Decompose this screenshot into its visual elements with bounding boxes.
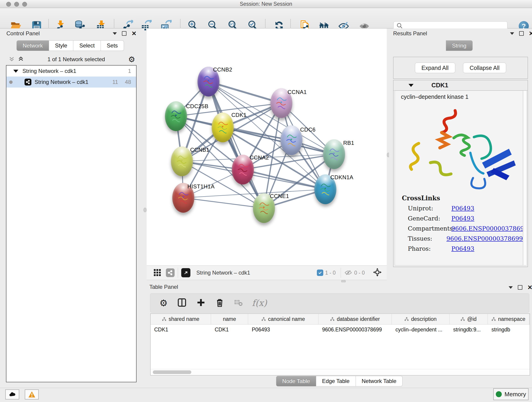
float-panel-icon[interactable]	[122, 31, 127, 36]
collapse-all-button[interactable]: Collapse All	[463, 63, 506, 73]
network-type-icon	[25, 79, 32, 85]
delete-column-icon[interactable]	[215, 298, 225, 308]
protein-name: CDK1	[431, 82, 448, 89]
results-scrollbar[interactable]	[523, 90, 527, 265]
main-toolbar: ?	[0, 8, 532, 28]
crosslink-label: Pharos:	[408, 245, 451, 252]
results-menu-icon[interactable]	[510, 32, 514, 35]
column-header-description[interactable]: description	[392, 314, 450, 324]
tab-node-table[interactable]: Node Table	[276, 376, 316, 386]
node-label-cdc25b: CDC25B	[186, 103, 209, 109]
results-float-icon[interactable]	[519, 31, 524, 36]
table-cell: stringdb	[488, 325, 529, 335]
crosslink-row: Tissues:9606.ENSP00000378699	[408, 235, 523, 242]
node-label-rb1: RB1	[343, 140, 354, 146]
table-options-gear-icon[interactable]: ⚙	[159, 298, 168, 308]
add-column-icon[interactable]	[196, 298, 206, 308]
crosslink-label: Uniprot:	[408, 205, 451, 212]
cloud-status-icon[interactable]	[5, 389, 19, 400]
window-title: Session: New Session	[0, 0, 532, 8]
column-header--id[interactable]: @id	[450, 314, 488, 324]
network-view-title: String Network – cdk1	[196, 269, 250, 276]
column-header-name[interactable]: name	[211, 314, 248, 324]
network-node-rb1[interactable]	[323, 139, 345, 169]
column-header-namespace[interactable]: namespace	[488, 314, 529, 324]
expand-all-tree-icon[interactable]	[17, 56, 24, 63]
node-label-hist1h1a: HIST1H1A	[187, 183, 215, 190]
tab-network-table[interactable]: Network Table	[356, 376, 403, 386]
table-cell: P06493	[248, 325, 318, 335]
table-panel-title: Table Panel	[149, 284, 178, 290]
table-close-icon[interactable]: ✕	[527, 286, 532, 289]
node-table: shared namenamecanonical namedatabase id…	[150, 313, 530, 375]
panel-menu-icon[interactable]	[113, 32, 117, 35]
tab-edge-table[interactable]: Edge Table	[316, 376, 356, 386]
memory-button[interactable]: Memory	[493, 388, 529, 400]
node-label-ccnb1: CCNB1	[190, 147, 209, 153]
crosslinks-list: Uniprot:P06493GeneCard:P06493Compartment…	[395, 205, 523, 252]
collection-expander-icon[interactable]	[13, 70, 18, 73]
crosslink-row: GeneCard:P06493	[408, 215, 523, 222]
collection-count: 1	[128, 68, 131, 74]
tab-string[interactable]: String	[446, 40, 473, 51]
memory-status-dot-icon	[496, 391, 502, 397]
node-label-ccne1: CCNE1	[270, 193, 289, 199]
table-cell: CDK1	[151, 325, 211, 335]
protein-expander-icon[interactable]	[409, 84, 413, 87]
table-body: CDK1CDK1P064939606.ENSP00000378699cyclin…	[151, 325, 530, 335]
table-float-icon[interactable]	[518, 285, 522, 290]
collapse-all-tree-icon[interactable]	[8, 56, 15, 63]
left-splitter-handle[interactable]	[143, 208, 147, 212]
column-header-database-identifier[interactable]: database identifier	[318, 314, 392, 324]
show-columns-icon[interactable]	[177, 298, 187, 308]
expand-all-button[interactable]: Expand All	[415, 63, 455, 73]
control-panel: Control Panel ✕ NetworkStyleSelectSets 1…	[0, 28, 144, 387]
column-header-shared-name[interactable]: shared name	[151, 314, 211, 324]
crosslink-link[interactable]: P06493	[451, 205, 474, 212]
network-node-cdk1[interactable]	[212, 113, 234, 142]
crosslink-link[interactable]: P06493	[451, 245, 474, 252]
network-node-cdc6[interactable]	[280, 125, 302, 155]
table-header-row: shared namenamecanonical namedatabase id…	[151, 314, 530, 325]
crosslink-link[interactable]: 9606.ENSP00000378699	[447, 235, 523, 242]
selected-checkbox-icon[interactable]	[317, 269, 323, 276]
node-count: 11	[112, 79, 118, 85]
network-collection-row[interactable]: String Network – cdk1 1	[6, 65, 136, 77]
network-row-selected[interactable]: String Network – cdk1 11 48	[6, 77, 136, 88]
crosslink-link[interactable]: 9606.ENSP00000378699	[451, 225, 523, 232]
crosslink-row: Compartments:9606.ENSP00000378699	[408, 225, 523, 232]
fit-selection-crosshair-icon[interactable]	[373, 268, 382, 278]
network-badge-icon[interactable]	[166, 268, 175, 277]
node-label-cdc6: CDC6	[300, 127, 316, 133]
network-node-ccnb1[interactable]	[171, 147, 193, 176]
results-close-icon[interactable]: ✕	[529, 32, 532, 35]
grid-view-icon[interactable]	[153, 268, 162, 278]
network-canvas[interactable]: CCNB2CCNA1CDC25BCDK1CDC6RB1CCNB1CCNA2CDK…	[147, 28, 387, 265]
warning-status-icon[interactable]	[25, 389, 39, 400]
delete-table-icon[interactable]	[234, 298, 243, 308]
tab-sets[interactable]: Sets	[101, 40, 124, 51]
tab-network[interactable]: Network	[17, 40, 49, 51]
status-bar: Memory	[0, 388, 532, 402]
results-panel: Results Panel ✕ String Expand All Collap…	[389, 28, 532, 282]
function-builder-icon[interactable]: f(x)	[252, 298, 267, 308]
selected-count-badge: 1 - 0	[325, 270, 336, 276]
table-row[interactable]: CDK1CDK1P064939606.ENSP00000378699cyclin…	[151, 325, 530, 335]
crosslink-link[interactable]: P06493	[451, 215, 474, 222]
network-tree: String Network – cdk1 1 String Network –…	[6, 65, 137, 382]
table-hscrollbar-thumb[interactable]	[153, 370, 191, 374]
column-header-canonical-name[interactable]: canonical name	[248, 314, 318, 324]
birdseye-toggle-icon[interactable]	[181, 268, 190, 277]
network-view-toolbar: String Network – cdk1 1 - 0 0 - 0	[147, 265, 387, 280]
results-panel-title: Results Panel	[393, 30, 427, 37]
protein-details-card: CDK1 cyclin–dependent kinase 1	[393, 80, 528, 267]
tab-select[interactable]: Select	[73, 40, 101, 51]
network-node-cdc25b[interactable]	[165, 101, 187, 131]
table-cell: stringdb:9...	[450, 325, 488, 335]
network-options-gear-icon[interactable]: ⚙	[128, 55, 135, 64]
collection-label: String Network – cdk1	[22, 68, 76, 74]
tab-style[interactable]: Style	[49, 40, 73, 51]
close-panel-icon[interactable]: ✕	[132, 32, 137, 35]
table-menu-icon[interactable]	[509, 286, 513, 289]
network-selection-summary: 1 of 1 Network selected	[24, 56, 128, 63]
